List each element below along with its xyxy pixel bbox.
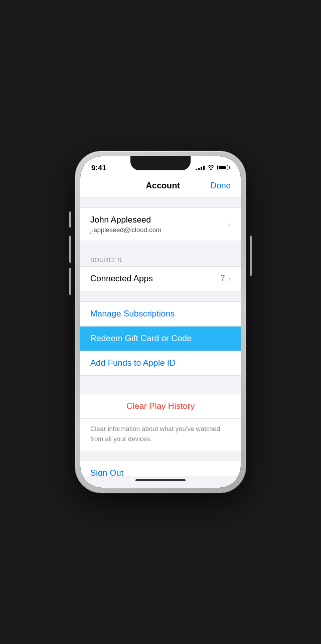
sources-label: SOURCES — [90, 257, 122, 264]
redeem-gift-card-row[interactable]: Redeem Gift Card or Code — [80, 327, 241, 351]
sign-out-section: Sign Out — [80, 461, 241, 476]
connected-apps-count: 7 — [220, 274, 225, 284]
add-funds-label: Add Funds to Apple ID — [90, 358, 176, 368]
status-time: 9:41 — [91, 163, 106, 172]
user-name: John Appleseed — [90, 215, 162, 225]
battery-icon — [217, 165, 230, 170]
mute-button[interactable] — [69, 211, 71, 228]
connected-apps-row[interactable]: Connected Apps 7 › — [80, 266, 241, 291]
connected-apps-right: 7 › — [220, 274, 231, 284]
sign-out-label: Sign Out — [90, 468, 123, 476]
signal-bar-2 — [198, 168, 200, 170]
gap-actions — [80, 291, 241, 301]
signal-bar-1 — [196, 169, 197, 170]
chevron-right-icon: › — [228, 220, 231, 229]
gap-signout — [80, 451, 241, 461]
signal-bar-3 — [201, 167, 202, 170]
clear-history-description-row: Clear information about what you've watc… — [80, 419, 241, 451]
connected-apps-chevron-icon: › — [228, 274, 231, 283]
gap-clear — [80, 376, 241, 394]
redeem-gift-card-label: Redeem Gift Card or Code — [90, 334, 192, 343]
user-email: j.appleseed@icloud.com — [90, 226, 162, 234]
connected-apps-label: Connected Apps — [90, 274, 153, 284]
power-button[interactable] — [250, 236, 252, 276]
phone-inner: 9:41 — [80, 156, 241, 488]
manage-subscriptions-label: Manage Subscriptions — [90, 309, 175, 319]
clear-history-section: Clear Play History Clear information abo… — [80, 394, 241, 451]
nav-header: Account Done — [80, 175, 241, 197]
user-info: John Appleseed j.appleseed@icloud.com — [90, 215, 162, 234]
scroll-content: John Appleseed j.appleseed@icloud.com › … — [80, 197, 241, 476]
notch — [130, 156, 191, 170]
status-icons — [196, 164, 230, 171]
signal-bar-4 — [203, 166, 205, 170]
add-funds-section: Add Funds to Apple ID — [80, 351, 241, 376]
screen: 9:41 — [80, 156, 241, 488]
add-funds-row[interactable]: Add Funds to Apple ID — [80, 351, 241, 375]
subscriptions-section: Manage Subscriptions — [80, 301, 241, 327]
clear-history-label: Clear Play History — [126, 401, 195, 411]
home-indicator[interactable] — [135, 479, 186, 481]
clear-history-row[interactable]: Clear Play History — [80, 394, 241, 419]
home-bar — [80, 476, 241, 488]
wifi-icon — [207, 164, 215, 171]
volume-down-button[interactable] — [69, 268, 71, 295]
page-title: Account — [115, 181, 210, 191]
signal-icon — [196, 165, 205, 170]
gap-top — [80, 197, 241, 207]
phone-frame: 9:41 — [75, 151, 246, 493]
volume-up-button[interactable] — [69, 236, 71, 263]
done-button[interactable]: Done — [210, 181, 231, 191]
manage-subscriptions-row[interactable]: Manage Subscriptions — [80, 302, 241, 326]
user-account-row[interactable]: John Appleseed j.appleseed@icloud.com › — [80, 207, 241, 241]
sign-out-row[interactable]: Sign Out — [80, 461, 241, 476]
clear-history-description: Clear information about what you've watc… — [90, 425, 220, 443]
gap-sources — [80, 241, 241, 251]
sources-section-header: SOURCES — [80, 251, 241, 266]
